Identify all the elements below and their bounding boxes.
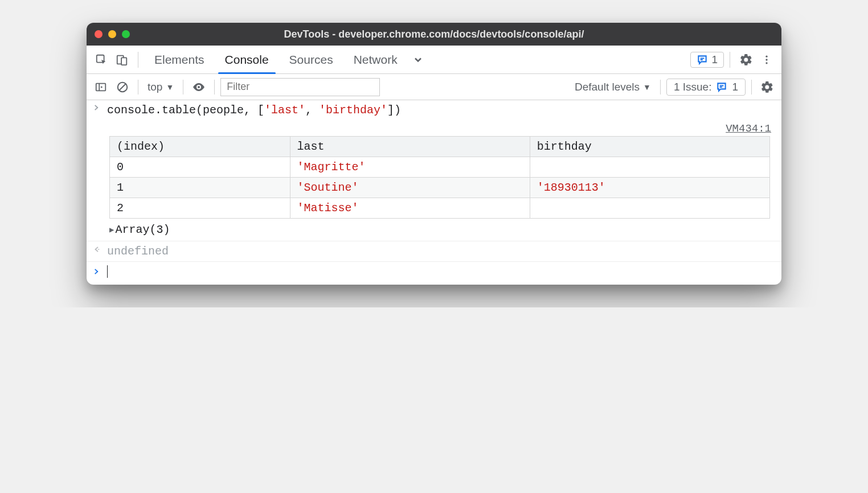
cell-last: 'Magritte' <box>290 157 530 178</box>
window-titlebar: DevTools - developer.chrome.com/docs/dev… <box>87 23 781 46</box>
svg-point-3 <box>765 55 767 57</box>
filter-input[interactable] <box>220 78 380 96</box>
toggle-sidebar-icon[interactable] <box>91 77 110 97</box>
tab-network[interactable]: Network <box>343 46 408 74</box>
svg-point-4 <box>765 59 767 60</box>
cell-last: 'Soutine' <box>290 178 530 198</box>
svg-rect-2 <box>121 57 126 65</box>
table-header-row: (index) last birthday <box>110 137 770 157</box>
minimize-window-button[interactable] <box>108 30 116 38</box>
issues-badge[interactable]: 1 Issue: 1 <box>666 79 746 96</box>
issues-label: 1 Issue: <box>674 81 712 93</box>
devtools-window: DevTools - developer.chrome.com/docs/dev… <box>87 23 781 285</box>
expand-array[interactable]: ▶ Array(3) <box>87 222 781 241</box>
console-toolbar: top ▼ Default levels ▼ 1 Issue: 1 <box>87 74 781 100</box>
separator <box>138 80 138 95</box>
console-body: console.table(people, ['last', 'birthday… <box>87 100 781 285</box>
triangle-right-icon: ▶ <box>109 225 114 235</box>
separator <box>660 80 661 95</box>
more-tabs-icon[interactable] <box>408 50 428 70</box>
console-input-echo: console.table(people, ['last', 'birthday… <box>87 100 781 120</box>
code-text: , <box>305 104 319 117</box>
table-header-index[interactable]: (index) <box>110 137 290 157</box>
svg-point-5 <box>765 62 767 64</box>
message-icon <box>697 54 708 65</box>
message-icon <box>716 81 727 93</box>
levels-label: Default levels <box>575 81 640 93</box>
source-link[interactable]: VM434:1 <box>87 120 781 136</box>
table-header-birthday[interactable]: birthday <box>530 137 769 157</box>
window-title: DevTools - developer.chrome.com/docs/dev… <box>87 28 781 40</box>
separator <box>183 80 183 95</box>
tab-label: Sources <box>289 53 333 67</box>
kebab-menu-icon[interactable] <box>756 50 777 70</box>
table-row[interactable]: 2 'Matisse' <box>110 198 770 219</box>
chevron-down-icon: ▼ <box>166 83 174 92</box>
console-return-row: undefined <box>87 241 781 262</box>
messages-badge[interactable]: 1 <box>690 52 724 68</box>
close-window-button[interactable] <box>95 30 103 38</box>
context-label: top <box>148 81 162 93</box>
settings-icon[interactable] <box>736 50 756 70</box>
code-text: console.table(people, [ <box>107 104 264 117</box>
svg-point-9 <box>98 249 99 250</box>
input-chevron-icon <box>92 104 107 112</box>
cell-index: 1 <box>110 178 290 198</box>
tab-label: Elements <box>154 53 204 67</box>
traffic-lights <box>95 30 130 38</box>
tab-sources[interactable]: Sources <box>279 46 343 74</box>
prompt-chevron-icon <box>92 268 107 276</box>
chevron-down-icon: ▼ <box>643 83 651 92</box>
code-string: 'last' <box>264 104 305 117</box>
table-row[interactable]: 1 'Soutine' '18930113' <box>110 178 770 198</box>
context-selector[interactable]: top ▼ <box>144 81 177 93</box>
svg-point-8 <box>198 86 200 88</box>
console-table: (index) last birthday 0 'Magritte' 1 'So… <box>109 136 770 219</box>
tab-label: Network <box>354 53 398 67</box>
device-toolbar-icon[interactable] <box>112 50 132 70</box>
tab-console[interactable]: Console <box>215 46 279 74</box>
expand-label: Array(3) <box>115 223 170 236</box>
clear-console-icon[interactable] <box>113 77 132 97</box>
cell-birthday <box>530 198 769 219</box>
cell-birthday <box>530 157 769 178</box>
main-tabbar: Elements Console Sources Network 1 <box>87 46 781 74</box>
console-input-code: console.table(people, ['last', 'birthday… <box>107 104 776 117</box>
separator <box>751 80 752 95</box>
console-settings-icon[interactable] <box>758 77 777 97</box>
separator <box>138 52 138 68</box>
log-levels-selector[interactable]: Default levels ▼ <box>571 81 654 93</box>
text-cursor <box>107 265 108 278</box>
cell-index: 0 <box>110 157 290 178</box>
return-value: undefined <box>107 245 776 258</box>
code-text: ]) <box>387 104 401 117</box>
table-header-last[interactable]: last <box>290 137 530 157</box>
separator <box>730 52 730 68</box>
cell-birthday: '18930113' <box>530 178 769 198</box>
code-string: 'birthday' <box>319 104 387 117</box>
tab-label: Console <box>225 53 269 67</box>
issues-count: 1 <box>732 81 738 93</box>
cell-index: 2 <box>110 198 290 219</box>
console-prompt[interactable] <box>87 262 781 285</box>
maximize-window-button[interactable] <box>122 30 130 38</box>
live-expression-icon[interactable] <box>189 77 208 97</box>
return-arrow-icon <box>92 245 107 254</box>
inspect-element-icon[interactable] <box>91 50 112 70</box>
separator <box>214 80 215 95</box>
tab-elements[interactable]: Elements <box>144 46 215 74</box>
cell-last: 'Matisse' <box>290 198 530 219</box>
messages-count: 1 <box>711 54 718 66</box>
table-row[interactable]: 0 'Magritte' <box>110 157 770 178</box>
